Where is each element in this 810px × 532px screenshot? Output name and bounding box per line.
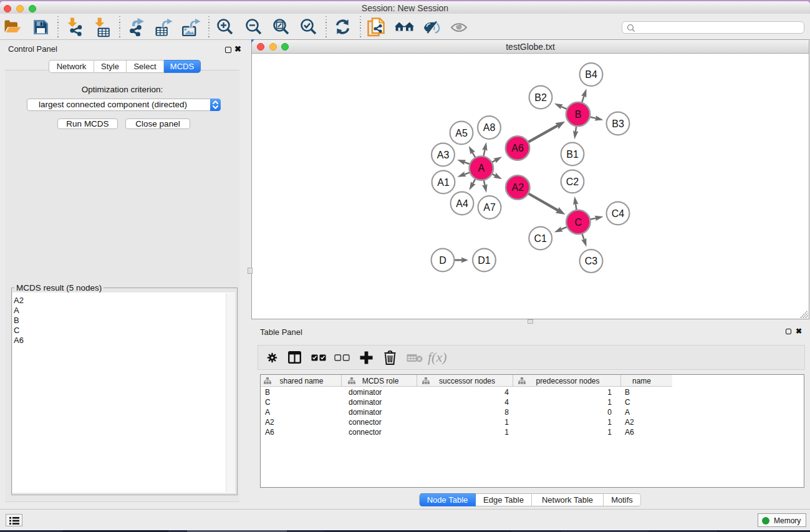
svg-text:B3: B3 bbox=[612, 118, 624, 129]
svg-text:A3: A3 bbox=[437, 150, 450, 160]
svg-text:A: A bbox=[478, 163, 485, 173]
svg-text:C1: C1 bbox=[534, 233, 547, 244]
svg-text:D: D bbox=[439, 255, 446, 266]
svg-text:A7: A7 bbox=[483, 202, 496, 213]
svg-text:B4: B4 bbox=[585, 69, 597, 80]
svg-text:C: C bbox=[575, 217, 582, 228]
svg-text:A5: A5 bbox=[455, 128, 468, 138]
svg-text:C3: C3 bbox=[585, 256, 598, 266]
svg-text:B2: B2 bbox=[534, 92, 547, 103]
svg-text:D1: D1 bbox=[478, 255, 491, 266]
svg-text:A1: A1 bbox=[437, 177, 450, 188]
svg-text:C2: C2 bbox=[566, 177, 579, 187]
svg-text:A6: A6 bbox=[511, 143, 524, 153]
svg-text:A4: A4 bbox=[456, 198, 468, 209]
svg-text:B1: B1 bbox=[566, 149, 579, 160]
svg-text:B: B bbox=[575, 109, 582, 120]
svg-text:C4: C4 bbox=[612, 208, 625, 219]
svg-text:A2: A2 bbox=[512, 182, 524, 193]
svg-text:A8: A8 bbox=[483, 122, 496, 133]
